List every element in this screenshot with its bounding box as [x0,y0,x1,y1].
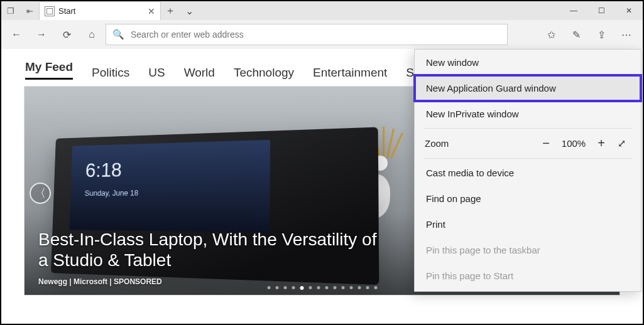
menu-print[interactable]: Print [415,211,641,237]
hero-clock: 6:18 [85,158,122,182]
menu-new-inprivate-window[interactable]: New InPrivate window [415,101,641,127]
feed-nav-item[interactable]: Technology [234,66,294,80]
hero-caption: Best-In-Class Laptop, With the Versatili… [38,229,390,271]
menu-pin-start: Pin this page to Start [415,263,641,289]
carousel-dot[interactable] [325,286,328,289]
carousel-dots[interactable] [267,286,377,290]
window-close-icon[interactable]: ✕ [615,1,643,20]
hero-date: Sunday, June 18 [85,188,139,198]
carousel-prev-icon[interactable]: 〈 [30,183,51,204]
tab-label: Start [58,6,148,16]
carousel-dot[interactable] [333,286,336,289]
carousel-dot[interactable] [308,286,312,289]
carousel-dot[interactable] [292,286,295,289]
share-icon[interactable]: ⇪ [589,23,614,46]
window-minimize-icon[interactable]: — [560,1,587,20]
menu-cast[interactable]: Cast media to device [415,160,641,186]
tab-favicon-icon [45,6,55,16]
tab-overflow-icon[interactable]: ⌄ [180,5,199,17]
carousel-dot[interactable] [357,286,361,289]
new-tab-icon[interactable]: ＋ [161,4,180,18]
window-maximize-icon[interactable]: ☐ [587,1,615,20]
zoom-out-icon[interactable]: − [535,136,557,151]
tabs-aside-icon[interactable]: ❐ [1,1,20,20]
carousel-dot[interactable] [275,286,278,289]
carousel-dot[interactable] [366,286,369,289]
carousel-dot[interactable] [341,286,344,289]
titlebar: ❐ ⇤ Start ✕ ＋ ⌄ — ☐ ✕ [1,1,643,20]
menu-pin-taskbar: Pin this page to the taskbar [415,237,641,263]
carousel-dot[interactable] [283,286,287,289]
more-icon[interactable]: ⋯ [614,23,639,46]
carousel-dot[interactable] [300,286,303,290]
home-button[interactable]: ⌂ [80,23,103,46]
overflow-menu: New window New Application Guard window … [414,49,641,292]
zoom-in-icon[interactable]: + [591,136,612,151]
feed-nav-item[interactable]: Entertainment [313,66,387,80]
fullscreen-icon[interactable]: ⤢ [612,137,631,149]
zoom-value: 100% [557,138,591,149]
browser-tab[interactable]: Start ✕ [39,1,161,20]
menu-separator [423,128,632,129]
tab-close-icon[interactable]: ✕ [148,6,155,16]
address-bar[interactable]: 🔍 Search or enter web address [106,24,508,45]
feed-nav-item[interactable]: US [148,66,165,80]
carousel-dot[interactable] [317,286,320,289]
menu-zoom-row: Zoom − 100% + ⤢ [415,130,641,157]
feed-nav-item[interactable]: World [184,66,215,80]
feed-nav-item[interactable]: Politics [92,66,129,80]
carousel-dot[interactable] [267,286,270,289]
menu-new-window[interactable]: New window [415,50,641,75]
notes-icon[interactable]: ✎ [564,23,589,46]
address-placeholder: Search or enter web address [131,29,244,40]
search-icon: 🔍 [112,29,124,40]
tab-actions: ＋ ⌄ [161,1,199,20]
toolbar-right: ✩ ✎ ⇪ ⋯ [538,23,639,46]
back-button[interactable]: ← [5,23,28,46]
carousel-dot[interactable] [349,286,352,289]
menu-new-appguard-window[interactable]: New Application Guard window [415,75,641,101]
toolbar: ← → ⟳ ⌂ 🔍 Search or enter web address ✩ … [1,20,643,49]
menu-separator [423,158,632,159]
forward-button[interactable]: → [30,23,53,46]
favorites-icon[interactable]: ✩ [538,23,564,46]
show-tabs-icon[interactable]: ⇤ [20,1,39,20]
carousel-dot[interactable] [374,286,377,289]
titlebar-drag-region [199,1,560,20]
menu-zoom-label: Zoom [425,138,535,149]
feed-nav-item[interactable]: My Feed [25,60,73,80]
refresh-button[interactable]: ⟳ [55,23,78,46]
menu-find[interactable]: Find on page [415,186,641,211]
hero-sponsor: Newegg | Microsoft | SPONSORED [38,277,162,286]
